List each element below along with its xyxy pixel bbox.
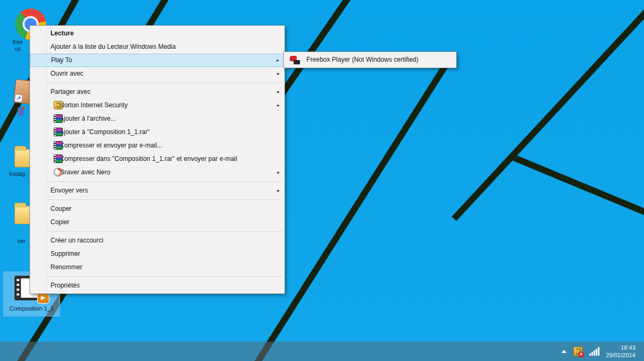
menu-item-ajouter-a-la-liste-du-lecteur-windows-media[interactable]: Ajouter à la liste du Lecteur Windows Me…: [30, 40, 284, 54]
menu-item-supprimer[interactable]: Supprimer: [30, 247, 284, 261]
menu-item-ajouter-a-composition-1-1-rar[interactable]: Ajouter à "Composition 1_1.rar": [30, 126, 284, 139]
shortcut-arrow-icon: ↗: [14, 94, 23, 102]
menu-item-ajouter-a-l-archive[interactable]: Ajouter à l'archive...: [30, 112, 284, 126]
menu-item-creer-un-raccourci[interactable]: Créer un raccourci: [30, 234, 284, 247]
winrar-icon: [54, 128, 63, 136]
menu-separator: [47, 181, 283, 182]
submenu-item-freebox-player[interactable]: Freebox Player (Not Windows certified): [285, 53, 455, 67]
menu-item-partager-avec[interactable]: Partager avec▸: [30, 85, 284, 99]
menu-item-proprietes[interactable]: Propriétés: [30, 279, 284, 292]
show-hidden-icons-icon[interactable]: [561, 350, 567, 353]
menu-item-label: Compresser dans "Composition 1_1.rar" et…: [60, 155, 237, 163]
clock-time: 18:43: [606, 344, 635, 351]
submenu-arrow-icon: ▸: [276, 54, 279, 66]
menu-item-label: Play To: [51, 56, 72, 64]
menu-item-label: Créer un raccourci: [50, 237, 104, 244]
menu-item-renommer[interactable]: Renommer: [30, 261, 284, 274]
desktop: { "desktop": { "icons": { "chrome_shortc…: [0, 0, 644, 361]
menu-item-label: Copier: [50, 218, 69, 226]
norton-icon: [54, 101, 63, 109]
submenu-arrow-icon: ▸: [277, 184, 280, 197]
submenu-arrow-icon: ▸: [277, 67, 280, 80]
norton-alert-badge: ✕: [579, 352, 584, 357]
menu-item-compresser-et-envoyer-par-e-mail[interactable]: Compresser et envoyer par e-mail...: [30, 139, 284, 152]
nero-icon: [54, 168, 63, 176]
taskbar: ✕ 18:43 29/01/2014: [0, 342, 644, 361]
menu-item-ouvrir-avec[interactable]: Ouvrir avec▸: [30, 67, 284, 80]
menu-item-label: Graver avec Nero: [60, 168, 111, 176]
menu-item-graver-avec-nero[interactable]: Graver avec Nero▸: [30, 166, 284, 179]
play-to-submenu: Freebox Player (Not Windows certified): [283, 51, 457, 68]
winrar-icon: [54, 141, 63, 150]
menu-item-copier[interactable]: Copier: [30, 216, 284, 229]
freebox-player-icon: [290, 56, 300, 64]
submenu-item-label: Freebox Player (Not Windows certified): [306, 56, 419, 63]
menu-item-label: Lecture: [50, 30, 74, 37]
menu-item-label: Ajouter à "Composition 1_1.rar": [60, 128, 150, 136]
clock-date: 29/01/2014: [606, 351, 635, 359]
menu-item-couper[interactable]: Couper: [30, 202, 284, 216]
desktop-icon-small[interactable]: [18, 107, 24, 116]
menu-item-label: Renommer: [50, 263, 82, 271]
menu-item-norton-internet-security[interactable]: Norton Internet Security▸: [30, 99, 284, 112]
submenu-arrow-icon: ▸: [277, 166, 280, 179]
menu-item-label: Partager avec: [50, 88, 91, 95]
menu-separator: [47, 83, 283, 83]
menu-item-label: Ajouter à l'archive...: [60, 115, 116, 122]
desktop-icon-label: Instag: [1, 171, 33, 178]
menu-item-label: Couper: [50, 205, 71, 212]
winrar-icon: [54, 114, 63, 123]
menu-item-lecture[interactable]: Lecture: [30, 27, 284, 40]
submenu-arrow-icon: ▸: [277, 99, 280, 112]
context-menu: LectureAjouter à la liste du Lecteur Win…: [30, 25, 285, 294]
menu-separator: [47, 200, 283, 200]
menu-item-compresser-dans-composition-1-1-rar-et-envoyer-par-e-mail[interactable]: Compresser dans "Composition 1_1.rar" et…: [30, 152, 284, 166]
menu-separator: [47, 231, 283, 232]
submenu-arrow-icon: ▸: [277, 85, 280, 98]
desktop-icon-label: Composition 1_1: [4, 305, 60, 312]
menu-separator: [47, 276, 283, 277]
taskbar-clock[interactable]: 18:43 29/01/2014: [606, 344, 635, 359]
menu-item-label: Propriétés: [50, 282, 80, 289]
network-signal-icon[interactable]: [589, 347, 599, 356]
winrar-icon: [54, 154, 63, 163]
menu-item-label: Ouvrir avec: [50, 70, 83, 77]
norton-tray-icon[interactable]: ✕: [573, 347, 583, 356]
menu-item-label: Envoyer vers: [50, 187, 88, 194]
menu-item-envoyer-vers[interactable]: Envoyer vers▸: [30, 184, 284, 197]
menu-item-label: Norton Internet Security: [60, 101, 128, 109]
menu-item-label: Supprimer: [50, 250, 80, 257]
system-tray: ✕ 18:43 29/01/2014: [561, 342, 635, 361]
small-app-icon: [18, 107, 24, 116]
menu-item-label: Compresser et envoyer par e-mail...: [60, 142, 162, 149]
menu-item-label: Ajouter à la liste du Lecteur Windows Me…: [50, 43, 175, 50]
menu-item-play-to[interactable]: Play To▸: [30, 54, 284, 67]
